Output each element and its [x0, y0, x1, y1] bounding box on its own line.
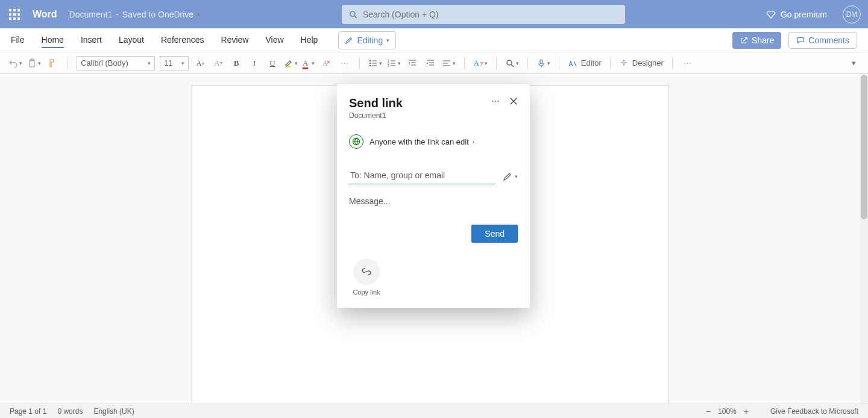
- tab-home[interactable]: Home: [42, 33, 64, 48]
- chevron-right-icon: ›: [473, 138, 475, 145]
- font-name-value: Calibri (Body): [81, 58, 128, 67]
- separator: [68, 57, 68, 70]
- shrink-font-button[interactable]: A▾: [212, 57, 225, 70]
- ribbon-toolbar: ▾ ▾ Calibri (Body) ▾ 11 ▾ A▴ A▾ B I U ▾ …: [0, 52, 868, 74]
- underline-button[interactable]: U: [266, 57, 279, 70]
- share-icon: [740, 36, 748, 45]
- numbering-button[interactable]: 123 ▾: [387, 58, 401, 68]
- send-link-dialog: Send link Document1 ⋯ Anyone with the li…: [337, 84, 530, 308]
- bullets-button[interactable]: ▾: [368, 58, 382, 68]
- undo-button[interactable]: ▾: [8, 58, 22, 68]
- font-color-button[interactable]: A ▾: [303, 58, 315, 68]
- go-premium-button[interactable]: Go premium: [766, 10, 827, 19]
- status-bar: Page 1 of 1 0 words English (UK) − 100% …: [0, 404, 868, 418]
- tab-references[interactable]: References: [161, 33, 204, 48]
- designer-label: Designer: [632, 58, 664, 67]
- chevron-down-icon: ▾: [453, 60, 456, 66]
- tab-review[interactable]: Review: [221, 33, 249, 48]
- dictate-button[interactable]: ▾: [536, 58, 550, 68]
- send-button[interactable]: Send: [471, 225, 518, 243]
- paste-button[interactable]: ▾: [27, 58, 41, 68]
- editor-button[interactable]: Editor: [568, 58, 602, 68]
- align-button[interactable]: ▾: [442, 58, 456, 68]
- more-commands-button[interactable]: ⋯: [681, 57, 694, 70]
- bold-button[interactable]: B: [230, 57, 243, 70]
- ribbon-expand-toggle[interactable]: ▾: [852, 58, 860, 67]
- svg-rect-4: [285, 66, 291, 67]
- save-status-text: Saved to OneDrive: [122, 10, 193, 19]
- italic-button[interactable]: I: [248, 57, 261, 70]
- search-box[interactable]: [342, 5, 625, 24]
- search-icon: [505, 58, 515, 68]
- editing-mode-dropdown[interactable]: Editing ▾: [338, 31, 396, 49]
- chevron-down-icon: ▾: [181, 60, 184, 66]
- globe-icon: [349, 134, 363, 149]
- designer-button[interactable]: Designer: [619, 58, 664, 68]
- comments-button[interactable]: Comments: [788, 32, 857, 49]
- dialog-more-button[interactable]: ⋯: [491, 96, 501, 106]
- message-input[interactable]: [349, 196, 518, 220]
- search-input[interactable]: [363, 10, 618, 19]
- recipients-input[interactable]: [349, 168, 495, 184]
- dialog-subtitle: Document1: [349, 111, 403, 120]
- numbering-icon: 123: [387, 58, 397, 68]
- chevron-down-icon: ▾: [197, 11, 200, 17]
- grow-font-button[interactable]: A▴: [193, 57, 207, 70]
- editor-label: Editor: [581, 58, 602, 67]
- chevron-down-icon: ▾: [295, 60, 298, 66]
- tab-insert[interactable]: Insert: [81, 33, 102, 48]
- chevron-down-icon: ▾: [515, 173, 518, 179]
- tab-view[interactable]: View: [265, 33, 283, 48]
- find-button[interactable]: ▾: [505, 58, 519, 68]
- svg-point-7: [370, 62, 371, 63]
- separator: [672, 57, 673, 70]
- zoom-level[interactable]: 100%: [718, 407, 737, 416]
- account-avatar[interactable]: DM: [843, 5, 861, 23]
- pencil-icon: [345, 36, 353, 45]
- word-count[interactable]: 0 words: [57, 407, 83, 416]
- app-launcher-icon[interactable]: [7, 7, 22, 22]
- dialog-close-button[interactable]: [509, 97, 518, 105]
- go-premium-label: Go premium: [781, 10, 827, 19]
- more-font-options-button[interactable]: ⋯: [338, 57, 351, 70]
- share-button[interactable]: Share: [732, 32, 781, 49]
- editor-icon: [568, 58, 577, 68]
- comments-button-label: Comments: [808, 36, 849, 45]
- vertical-scrollbar[interactable]: [860, 74, 868, 404]
- language-status[interactable]: English (UK): [93, 407, 134, 416]
- document-title-dropdown[interactable]: Document1 - Saved to OneDrive ▾: [69, 10, 201, 19]
- separator: [559, 57, 559, 70]
- highlight-button[interactable]: ▾: [284, 58, 298, 68]
- format-painter-button[interactable]: [46, 57, 59, 70]
- tab-help[interactable]: Help: [301, 33, 318, 48]
- copy-link-label: Copy link: [349, 289, 384, 296]
- zoom-out-button[interactable]: −: [706, 407, 711, 416]
- diamond-icon: [766, 10, 776, 19]
- scrollbar-thumb[interactable]: [861, 75, 867, 219]
- tab-file[interactable]: File: [11, 33, 25, 48]
- separator: [527, 57, 528, 70]
- increase-indent-button[interactable]: [424, 57, 437, 70]
- chevron-down-icon: ▾: [312, 60, 315, 66]
- tab-layout[interactable]: Layout: [119, 33, 144, 48]
- permission-dropdown[interactable]: ▾: [503, 172, 518, 181]
- title-bar: Word Document1 - Saved to OneDrive ▾ Go …: [0, 0, 868, 28]
- chevron-down-icon: ▾: [38, 60, 41, 66]
- align-icon: [442, 58, 451, 68]
- font-name-select[interactable]: Calibri (Body) ▾: [77, 56, 155, 70]
- page-info[interactable]: Page 1 of 1: [10, 407, 46, 416]
- svg-point-8: [370, 64, 371, 66]
- feedback-link[interactable]: Give Feedback to Microsoft: [770, 407, 858, 416]
- zoom-in-button[interactable]: +: [744, 407, 749, 416]
- font-size-select[interactable]: 11 ▾: [160, 56, 189, 70]
- link-icon: [353, 258, 380, 285]
- copy-link-button[interactable]: Copy link: [349, 258, 384, 296]
- pencil-icon: [503, 172, 512, 181]
- decrease-indent-button[interactable]: [406, 57, 419, 70]
- styles-button[interactable]: Ay ▾: [473, 58, 487, 68]
- svg-point-27: [507, 60, 512, 65]
- link-settings-button[interactable]: Anyone with the link can edit ›: [349, 134, 518, 149]
- separator: [610, 57, 611, 70]
- microphone-icon: [536, 58, 546, 68]
- clear-formatting-button[interactable]: A: [319, 57, 333, 70]
